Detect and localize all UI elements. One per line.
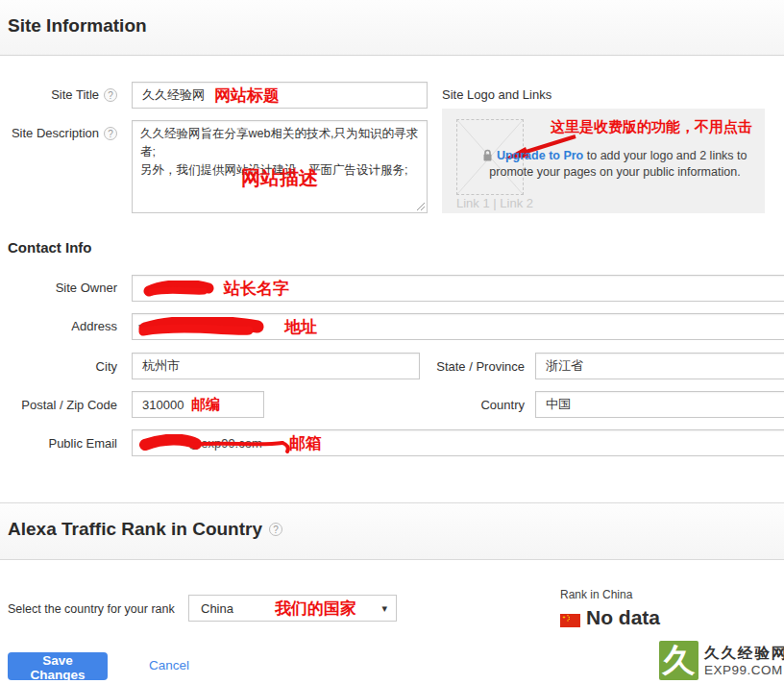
redaction-scribble: [136, 317, 267, 339]
cancel-link[interactable]: Cancel: [149, 658, 189, 672]
help-icon[interactable]: ?: [104, 127, 117, 140]
link-placeholders: Link 1 | Link 2: [456, 196, 533, 210]
postal-annotation: 邮编: [191, 396, 220, 414]
selected-country: China: [201, 601, 233, 616]
help-icon[interactable]: ?: [269, 523, 282, 536]
state-province-label: State / Province: [405, 359, 525, 374]
redaction-scribble: [140, 281, 219, 298]
select-country-label: Select the country for your rank: [8, 602, 175, 616]
resize-handle-icon[interactable]: [416, 202, 426, 211]
upgrade-text: Upgrade to Pro to add your logo and 2 li…: [469, 148, 761, 181]
postal-zip-label: Postal / Zip Code: [0, 398, 117, 412]
help-icon[interactable]: ?: [104, 88, 117, 102]
site-description-textarea[interactable]: 久久经验网旨在分享web相关的技术,只为知识的寻求者; 另外，我们提供网站设计建…: [132, 120, 428, 213]
exp99-logo-name: 久久经验网: [704, 644, 784, 664]
site-owner-input[interactable]: 站长名字: [132, 275, 784, 302]
city-label: City: [0, 359, 117, 374]
country-rank-select[interactable]: China 我们的国家 ▾: [188, 595, 397, 622]
country-select-annotation: 我们的国家: [275, 598, 356, 620]
site-title-input[interactable]: 久久经验网 网站标题: [132, 82, 428, 109]
page-title: Site Information: [8, 15, 147, 37]
save-changes-button[interactable]: Save Changes: [8, 652, 108, 680]
country-value: 中国: [546, 396, 571, 413]
state-province-value: 浙江省: [546, 357, 583, 375]
page-header: Site Information: [0, 0, 784, 56]
lock-icon: [482, 149, 493, 161]
site-title-value: 久久经验网: [142, 86, 205, 104]
address-label: Address: [0, 319, 117, 333]
chevron-down-icon: ▾: [381, 602, 387, 615]
site-title-annotation: 网站标题: [214, 85, 280, 107]
exp99-logo-mark: 久: [659, 641, 698, 680]
country-label: Country: [405, 398, 525, 412]
alexa-rank-title: Alexa Traffic Rank in Country: [8, 519, 262, 540]
address-annotation: 地址: [284, 316, 317, 338]
site-owner-label: Site Owner: [0, 281, 117, 295]
rank-in-country-label: Rank in China: [560, 588, 632, 601]
country-input[interactable]: 中国: [535, 391, 784, 418]
public-email-label: Public Email: [0, 436, 117, 451]
site-owner-annotation: 站长名字: [224, 278, 289, 300]
china-flag-icon: [560, 614, 580, 627]
site-description-annotation: 网站描述: [133, 169, 427, 187]
site-title-label: Site Title ?: [0, 87, 117, 102]
public-email-input[interactable]: @exp99.com 邮箱: [132, 429, 784, 456]
contact-info-heading: Contact Info: [8, 239, 92, 256]
postal-zip-value: 310000: [142, 398, 184, 412]
redaction-scribble: [138, 434, 304, 454]
upgrade-to-pro-link[interactable]: Upgrade to Pro: [497, 149, 583, 162]
exp99-logo-domain: EXP99.COM: [704, 663, 783, 677]
email-annotation: 邮箱: [289, 432, 322, 454]
site-description-line1: 久久经验网旨在分享web相关的技术,只为知识的寻求者;: [140, 125, 419, 161]
city-value: 杭州市: [142, 357, 180, 375]
site-logo-links-label: Site Logo and Links: [442, 87, 551, 102]
site-logo-links-panel: 这里是收费版的功能，不用点击 Upgrade to Pro to add you…: [442, 109, 765, 213]
rank-value: No data: [586, 606, 660, 629]
city-input[interactable]: 杭州市: [132, 353, 420, 379]
address-input[interactable]: 地址: [132, 313, 784, 340]
site-information-page: Site Information Site Title ? 久久经验网 网站标题…: [0, 0, 784, 684]
alexa-rank-header: Alexa Traffic Rank in Country ?: [0, 502, 784, 560]
postal-zip-input[interactable]: 310000 邮编: [132, 391, 264, 418]
state-province-input[interactable]: 浙江省: [535, 353, 784, 379]
site-description-label: Site Description ?: [0, 126, 117, 140]
